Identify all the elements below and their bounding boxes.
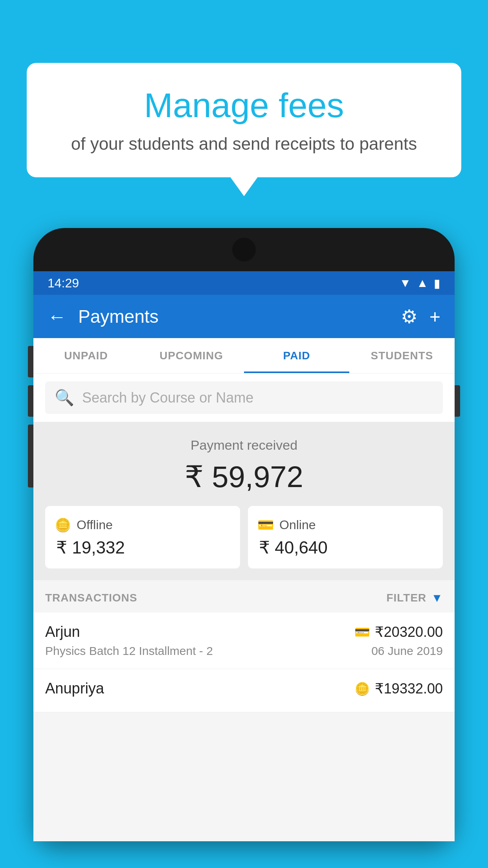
offline-card-header: 🪙 Offline (55, 517, 113, 533)
right-buttons (455, 385, 460, 417)
status-time: 14:29 (48, 276, 79, 291)
transaction-name-2: Anupriya (45, 680, 104, 697)
volume-down-button[interactable] (28, 385, 33, 417)
search-input[interactable]: Search by Course or Name (82, 390, 253, 406)
online-icon: 💳 (257, 517, 274, 533)
signal-icon: ▲ (416, 276, 428, 290)
add-button[interactable]: + (429, 306, 440, 327)
offline-label: Offline (77, 518, 113, 532)
transaction-amount-container-2: 🪙 ₹19332.00 (354, 680, 443, 697)
online-amount: ₹ 40,640 (257, 537, 328, 557)
left-buttons (28, 346, 33, 487)
transactions-header: TRANSACTIONS FILTER ▼ (33, 580, 455, 612)
table-row[interactable]: Arjun 💳 ₹20320.00 Physics Batch 12 Insta… (33, 612, 455, 669)
filter-label: FILTER (386, 592, 426, 604)
power-button[interactable] (28, 425, 33, 487)
offline-amount: ₹ 19,332 (55, 537, 125, 557)
payment-cards: 🪙 Offline ₹ 19,332 💳 Online ₹ 40,640 (45, 506, 443, 568)
payment-type-icon: 💳 (354, 625, 370, 640)
transaction-name: Arjun (45, 623, 80, 640)
app-bar-title: Payments (78, 306, 389, 327)
bubble-subtitle: of your students and send receipts to pa… (42, 134, 446, 154)
status-icons: ▼ ▲ ▮ (400, 276, 440, 290)
bubble-title: Manage fees (42, 86, 446, 125)
tab-paid[interactable]: PAID (244, 338, 349, 373)
phone-container: 14:29 ▼ ▲ ▮ ← Payments ⚙ + UNPAID UPCOMI… (33, 228, 455, 868)
transaction-amount: ₹20320.00 (375, 624, 443, 640)
settings-button[interactable]: ⚙ (401, 305, 418, 327)
transaction-amount-container: 💳 ₹20320.00 (354, 624, 443, 640)
volume-up-button[interactable] (28, 346, 33, 377)
offline-icon: 🪙 (55, 517, 71, 533)
tab-unpaid[interactable]: UNPAID (33, 338, 139, 373)
status-bar: 14:29 ▼ ▲ ▮ (33, 271, 455, 295)
transaction-row-top: Arjun 💳 ₹20320.00 (45, 623, 443, 640)
speech-bubble-container: Manage fees of your students and send re… (27, 63, 461, 177)
online-card: 💳 Online ₹ 40,640 (248, 506, 443, 568)
battery-icon: ▮ (434, 276, 440, 290)
transaction-row-bottom: Physics Batch 12 Installment - 2 06 June… (45, 644, 443, 658)
wifi-icon: ▼ (400, 276, 411, 290)
offline-card: 🪙 Offline ₹ 19,332 (45, 506, 240, 568)
payment-summary: Payment received ₹ 59,972 🪙 Offline ₹ 19… (33, 422, 455, 580)
transaction-date: 06 June 2019 (371, 644, 443, 658)
phone-top-bezel (33, 228, 455, 271)
tab-students[interactable]: STUDENTS (349, 338, 455, 373)
online-label: Online (279, 518, 316, 532)
transaction-list: Arjun 💳 ₹20320.00 Physics Batch 12 Insta… (33, 612, 455, 712)
transactions-label: TRANSACTIONS (45, 592, 137, 604)
screen-content: 🔍 Search by Course or Name Payment recei… (33, 373, 455, 841)
transaction-row-top-2: Anupriya 🪙 ₹19332.00 (45, 680, 443, 697)
search-bar[interactable]: 🔍 Search by Course or Name (45, 381, 443, 414)
phone-notch (232, 238, 256, 261)
app-bar: ← Payments ⚙ + (33, 295, 455, 338)
payment-total: ₹ 59,972 (45, 459, 443, 494)
filter-container[interactable]: FILTER ▼ (386, 591, 443, 605)
side-button[interactable] (455, 385, 460, 417)
search-icon: 🔍 (55, 388, 74, 407)
speech-bubble: Manage fees of your students and send re… (27, 63, 461, 177)
table-row[interactable]: Anupriya 🪙 ₹19332.00 (33, 669, 455, 712)
payment-type-icon-2: 🪙 (354, 681, 370, 696)
transaction-course: Physics Batch 12 Installment - 2 (45, 644, 213, 658)
tab-upcoming[interactable]: UPCOMING (139, 338, 244, 373)
tabs-container: UNPAID UPCOMING PAID STUDENTS (33, 338, 455, 373)
filter-icon: ▼ (431, 591, 443, 605)
payment-label: Payment received (45, 438, 443, 453)
search-container: 🔍 Search by Course or Name (33, 373, 455, 422)
phone-body: 14:29 ▼ ▲ ▮ ← Payments ⚙ + UNPAID UPCOMI… (33, 228, 455, 841)
transaction-amount-2: ₹19332.00 (375, 680, 443, 697)
back-button[interactable]: ← (48, 306, 66, 327)
online-card-header: 💳 Online (257, 517, 316, 533)
